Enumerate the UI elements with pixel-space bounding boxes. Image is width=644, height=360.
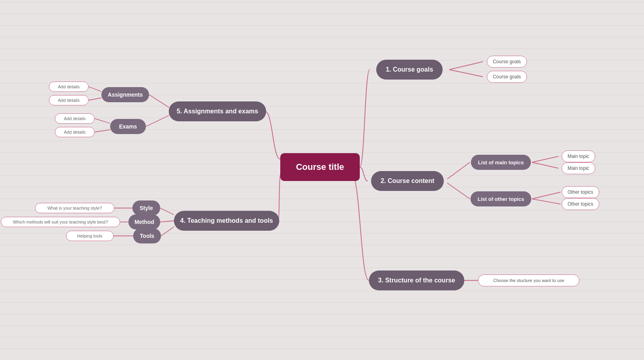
tools-label: Tools — [140, 233, 154, 239]
branch-structure-label: 3. Structure of the course — [378, 277, 455, 284]
assignments-label: Assignments — [108, 91, 143, 98]
main-topic-1-label: Main topic — [568, 154, 590, 159]
svg-line-0 — [449, 62, 483, 70]
leaf-assignments-1[interactable]: Add details — [49, 82, 89, 92]
svg-line-15 — [149, 95, 169, 107]
leaf-method-label: Which methods will suit your teaching st… — [13, 220, 108, 224]
svg-line-4 — [532, 156, 559, 162]
leaf-exams-1-label: Add details — [64, 116, 85, 121]
svg-line-2 — [447, 162, 470, 179]
leaf-main-topic-2[interactable]: Main topic — [562, 162, 596, 174]
node-tools[interactable]: Tools — [133, 228, 161, 243]
branch-assignments[interactable]: 5. Assignments and exams — [169, 101, 266, 121]
center-label: Course title — [296, 162, 344, 172]
node-other-topics[interactable]: List of other topics — [471, 191, 531, 206]
svg-line-19 — [95, 119, 110, 123]
exams-label: Exams — [119, 123, 137, 130]
other-topic-2-label: Other topics — [568, 201, 594, 207]
other-topics-label: List of other topics — [478, 196, 524, 202]
svg-line-17 — [89, 87, 101, 91]
branch-assignments-label: 5. Assignments and exams — [177, 108, 258, 115]
method-label: Method — [134, 219, 154, 225]
svg-line-5 — [532, 162, 559, 168]
node-assignments[interactable]: Assignments — [101, 87, 149, 102]
svg-line-16 — [146, 115, 169, 126]
branch-content-label: 2. Course content — [380, 177, 434, 185]
svg-line-7 — [532, 199, 561, 204]
leaf-goals-2-label: Course goals — [493, 74, 521, 80]
branch-goals[interactable]: 1. Course goals — [376, 60, 442, 80]
leaf-main-topic-1[interactable]: Main topic — [562, 150, 596, 162]
leaf-other-topic-1[interactable]: Other topics — [562, 186, 599, 198]
branch-teaching-label: 4. Teaching methods and tools — [180, 217, 273, 224]
svg-line-9 — [160, 208, 174, 215]
branch-goals-label: 1. Course goals — [386, 66, 433, 73]
center-node[interactable]: Course title — [280, 153, 360, 181]
svg-line-18 — [89, 98, 101, 100]
node-style[interactable]: Style — [132, 200, 160, 216]
leaf-style-label: What is your teaching style? — [47, 206, 102, 210]
svg-line-1 — [449, 70, 483, 77]
leaf-assignments-2[interactable]: Add details — [49, 95, 89, 105]
leaf-exams-1[interactable]: Add details — [55, 113, 95, 124]
leaf-assignments-1-label: Add details — [58, 84, 80, 89]
leaf-structure-label: Choose the stucture you want to use — [493, 278, 564, 283]
leaf-course-goals-2[interactable]: Course goals — [487, 71, 527, 83]
style-label: Style — [140, 205, 153, 211]
leaf-exams-2-label: Add details — [64, 130, 85, 134]
svg-line-20 — [95, 130, 110, 132]
branch-structure[interactable]: 3. Structure of the course — [369, 270, 464, 290]
node-main-topics[interactable]: List of main topics — [471, 155, 531, 170]
node-exams[interactable]: Exams — [110, 119, 146, 134]
leaf-assignments-2-label: Add details — [58, 98, 80, 103]
main-topic-2-label: Main topic — [568, 165, 590, 171]
branch-content[interactable]: 2. Course content — [371, 171, 444, 191]
leaf-tools-label: Helping tools — [77, 234, 103, 238]
svg-line-6 — [532, 192, 561, 199]
branch-teaching[interactable]: 4. Teaching methods and tools — [174, 211, 279, 231]
svg-line-10 — [160, 221, 174, 222]
leaf-style[interactable]: What is your teaching style? — [35, 203, 114, 213]
leaf-goals-1-label: Course goals — [493, 59, 521, 64]
other-topic-1-label: Other topics — [568, 189, 594, 195]
leaf-tools[interactable]: Helping tools — [66, 231, 114, 241]
leaf-structure[interactable]: Choose the stucture you want to use — [478, 274, 580, 286]
leaf-exams-2[interactable]: Add details — [55, 127, 95, 137]
svg-line-11 — [161, 227, 174, 236]
node-method[interactable]: Method — [128, 214, 160, 230]
svg-line-3 — [447, 183, 470, 199]
leaf-course-goals-1[interactable]: Course goals — [487, 56, 527, 68]
leaf-other-topic-2[interactable]: Other topics — [562, 198, 599, 210]
main-topics-label: List of main topics — [478, 160, 524, 165]
leaf-method[interactable]: Which methods will suit your teaching st… — [1, 217, 120, 227]
